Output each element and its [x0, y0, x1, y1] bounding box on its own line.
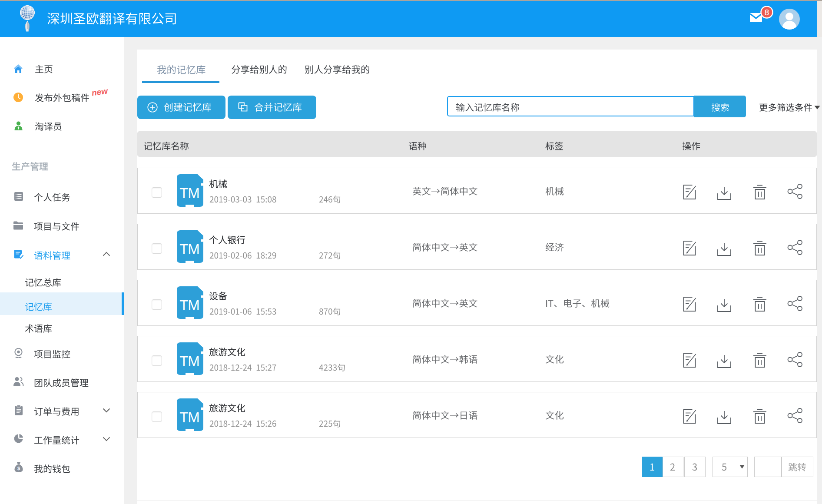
svg-text:8: 8: [765, 8, 769, 17]
svg-text:$: $: [17, 466, 20, 471]
